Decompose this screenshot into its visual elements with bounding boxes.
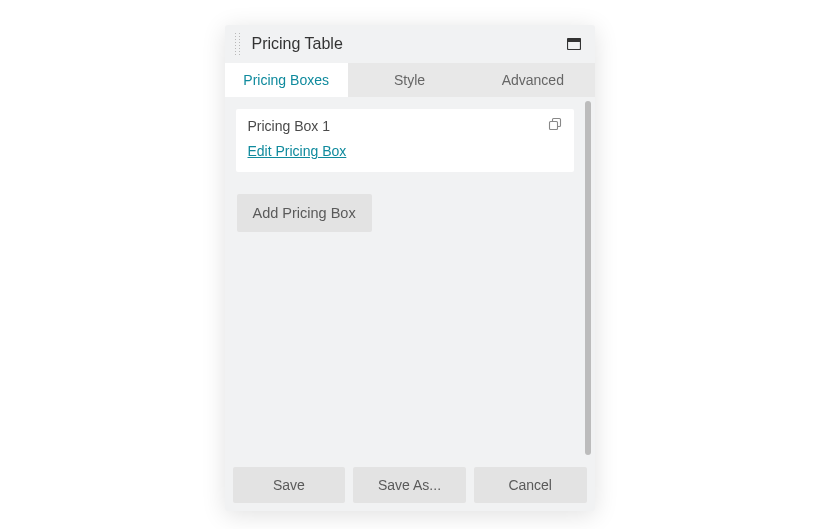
tab-pricing-boxes[interactable]: Pricing Boxes (225, 63, 348, 97)
svg-rect-3 (549, 122, 557, 130)
edit-pricing-box-link[interactable]: Edit Pricing Box (248, 143, 347, 159)
pricing-box-title: Pricing Box 1 (248, 118, 548, 134)
svg-rect-1 (567, 39, 580, 43)
cancel-button[interactable]: Cancel (474, 467, 587, 503)
pricing-box-item: Pricing Box 1 Edit Pricing Box (236, 109, 574, 172)
save-button[interactable]: Save (233, 467, 346, 503)
tabs-bar: Pricing Boxes Style Advanced (225, 63, 595, 97)
panel-title: Pricing Table (252, 35, 567, 53)
copy-icon[interactable] (548, 117, 562, 134)
tab-style[interactable]: Style (348, 63, 471, 97)
pricing-table-panel: Pricing Table Pricing Boxes Style Advanc… (225, 25, 595, 511)
content-area: Pricing Box 1 Edit Pricing Box Add Prici… (225, 97, 585, 459)
save-as-button[interactable]: Save As... (353, 467, 466, 503)
drag-handle[interactable] (235, 33, 240, 55)
pricing-box-body: Edit Pricing Box (236, 138, 574, 172)
pricing-box-header: Pricing Box 1 (236, 109, 574, 138)
panel-header: Pricing Table (225, 25, 595, 63)
tab-advanced[interactable]: Advanced (471, 63, 594, 97)
scrollbar[interactable] (585, 101, 591, 455)
add-pricing-box-button[interactable]: Add Pricing Box (237, 194, 372, 232)
content-wrapper: Pricing Box 1 Edit Pricing Box Add Prici… (225, 97, 595, 459)
footer: Save Save As... Cancel (225, 459, 595, 511)
window-icon[interactable] (567, 38, 581, 50)
